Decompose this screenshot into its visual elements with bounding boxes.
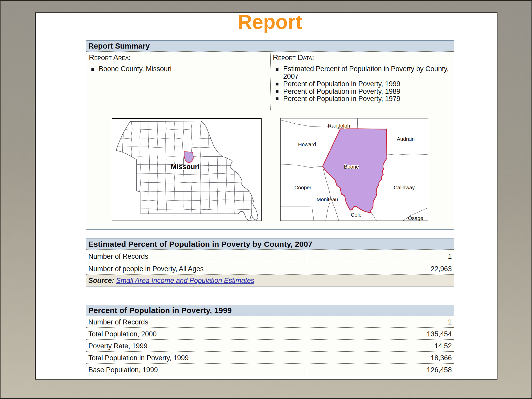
svg-text:Missouri: Missouri <box>171 163 200 171</box>
svg-text:Boone: Boone <box>344 164 359 170</box>
svg-text:Moniteau: Moniteau <box>317 197 338 202</box>
svg-text:Howard: Howard <box>298 142 316 147</box>
svg-text:Osage: Osage <box>408 215 423 221</box>
svg-text:Audrain: Audrain <box>397 136 415 142</box>
svg-text:Cooper: Cooper <box>294 185 311 190</box>
svg-text:Cole: Cole <box>351 212 361 218</box>
svg-text:Callaway: Callaway <box>394 185 415 190</box>
svg-text:Randolph: Randolph <box>328 123 350 129</box>
